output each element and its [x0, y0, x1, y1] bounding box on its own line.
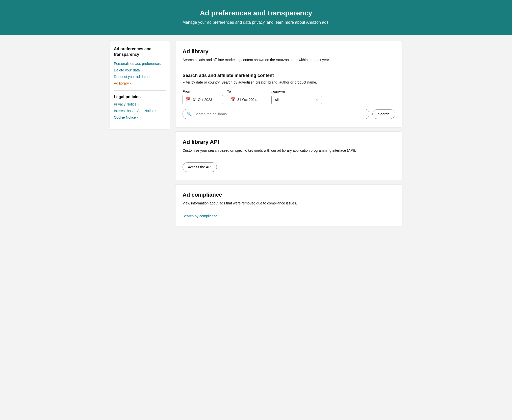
legal-nav: Privacy Notice › Interest-based Ads Noti…: [114, 102, 166, 119]
sidebar-item-ad-library[interactable]: Ad library ›: [114, 81, 166, 85]
api-card-description: Customise your search based on specific …: [183, 148, 395, 153]
search-input[interactable]: [194, 112, 365, 116]
api-card: Ad library API Customise your search bas…: [175, 132, 402, 180]
cookie-notice-link[interactable]: Cookie Notice ›: [114, 115, 138, 119]
page-subtitle: Manage your ad preferences and data priv…: [6, 20, 506, 25]
sidebar-item-delete-data[interactable]: Delete your data: [114, 68, 166, 72]
sidebar-item-privacy-notice[interactable]: Privacy Notice ›: [114, 102, 166, 106]
to-date-input[interactable]: 📅 31 Oct 2024: [227, 95, 267, 104]
access-api-button[interactable]: Access the API: [183, 162, 217, 172]
interest-based-ads-link[interactable]: Interest-based Ads Notice ›: [114, 109, 157, 113]
legal-policies-title: Legal policies: [114, 95, 166, 99]
calendar-icon-to: 📅: [230, 97, 235, 102]
search-section-title: Search ads and affiliate marketing conte…: [183, 73, 395, 78]
to-date-value: 31 Oct 2024: [237, 98, 257, 102]
personalised-ads-link[interactable]: Personalised ads preferences: [114, 62, 161, 66]
delete-data-link[interactable]: Delete your data: [114, 68, 140, 72]
from-label: From: [183, 89, 223, 93]
page-header: Ad preferences and transparency Manage y…: [0, 0, 512, 35]
sidebar-item-interest-based-ads[interactable]: Interest-based Ads Notice ›: [114, 109, 166, 113]
filter-row: From 📅 31 Oct 2023 To 📅 31 Oct 2024: [183, 89, 395, 104]
ad-library-link[interactable]: Ad library ›: [114, 81, 131, 85]
sidebar-item-cookie-notice[interactable]: Cookie Notice ›: [114, 115, 166, 119]
content-area: Ad library Search all ads and affiliate …: [175, 41, 402, 226]
to-label: To: [227, 89, 267, 93]
compliance-card-description: View information about ads that were rem…: [183, 201, 395, 206]
from-date-input[interactable]: 📅 31 Oct 2023: [183, 95, 223, 104]
to-date-group: To 📅 31 Oct 2024: [227, 89, 267, 104]
sidebar: Ad preferences and transparency Personal…: [110, 41, 170, 130]
sidebar-title: Ad preferences and transparency: [114, 46, 166, 58]
calendar-icon-from: 📅: [186, 97, 191, 102]
country-select[interactable]: All United Kingdom United States: [271, 96, 322, 104]
country-group: Country All United Kingdom United States: [271, 90, 322, 104]
sidebar-divider: [114, 90, 166, 91]
ad-library-card: Ad library Search all ads and affiliate …: [175, 41, 402, 127]
search-bar-row: 🔍 Search: [183, 109, 395, 119]
sidebar-item-personalised-ads[interactable]: Personalised ads preferences: [114, 62, 166, 66]
search-icon: 🔍: [187, 112, 192, 116]
request-ad-data-link[interactable]: Request your ad data ›: [114, 75, 150, 79]
compliance-card: Ad compliance View information about ads…: [175, 184, 402, 226]
compliance-card-title: Ad compliance: [183, 192, 395, 198]
api-card-title: Ad library API: [183, 139, 395, 145]
country-label: Country: [271, 90, 322, 94]
from-date-value: 31 Oct 2023: [193, 98, 212, 102]
sidebar-nav: Personalised ads preferences Delete your…: [114, 62, 166, 85]
ad-library-description: Search all ads and affiliate marketing c…: [183, 57, 395, 63]
from-date-group: From 📅 31 Oct 2023: [183, 89, 223, 104]
sidebar-item-request-ad-data[interactable]: Request your ad data ›: [114, 75, 166, 79]
ad-library-title: Ad library: [183, 48, 395, 55]
card-divider-1: [183, 68, 395, 68]
search-button[interactable]: Search: [372, 109, 395, 119]
page-title: Ad preferences and transparency: [6, 9, 506, 17]
search-section-subtitle: Filter by date or country. Search by adv…: [183, 80, 395, 84]
privacy-notice-link[interactable]: Privacy Notice ›: [114, 102, 139, 106]
compliance-link[interactable]: Search by compliance ›: [183, 214, 219, 218]
search-input-wrapper[interactable]: 🔍: [183, 109, 369, 119]
